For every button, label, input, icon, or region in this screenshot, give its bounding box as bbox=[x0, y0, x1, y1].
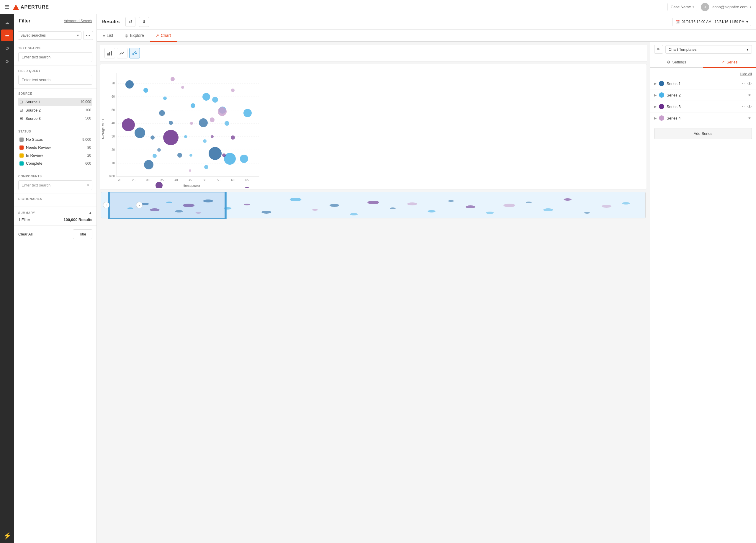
bolt-icon: ⚡ bbox=[3, 532, 11, 540]
saved-searches-more-button[interactable]: ··· bbox=[83, 31, 93, 40]
series-1-more-button[interactable]: ··· bbox=[740, 81, 745, 86]
svg-text:70: 70 bbox=[112, 82, 115, 85]
line-chart-button[interactable] bbox=[117, 48, 127, 58]
bar-chart-icon bbox=[107, 50, 112, 56]
list-tab-label: List bbox=[107, 33, 113, 38]
svg-point-51 bbox=[191, 103, 195, 108]
tab-settings[interactable]: ⚙ Settings bbox=[650, 57, 703, 68]
download-button[interactable]: ⬇ bbox=[139, 17, 149, 27]
svg-rect-2 bbox=[111, 51, 112, 55]
components-select[interactable]: Enter text search ▾ bbox=[18, 180, 92, 190]
svg-text:35: 35 bbox=[160, 179, 164, 182]
svg-point-92 bbox=[312, 209, 318, 211]
source-item-3[interactable]: ⊟ Source 3 500 bbox=[18, 114, 92, 122]
summary-chevron-icon[interactable]: ▲ bbox=[88, 210, 92, 215]
status-count-no-status: 9,000 bbox=[82, 138, 91, 142]
sidebar-item-bolt[interactable]: ⚡ bbox=[1, 529, 13, 541]
series-4-visibility-button[interactable]: 👁 bbox=[747, 116, 752, 121]
chart-templates-label: Chart Templates bbox=[669, 47, 696, 52]
clear-all-link[interactable]: Clear All bbox=[18, 232, 32, 236]
svg-rect-109 bbox=[109, 192, 225, 219]
status-dot-needs-review bbox=[19, 145, 24, 150]
series-1-expand-icon[interactable]: ▶ bbox=[654, 82, 657, 86]
svg-point-48 bbox=[143, 88, 148, 93]
sidebar-item-dashboard[interactable]: ☁ bbox=[1, 17, 13, 28]
advanced-search-link[interactable]: Advanced Search bbox=[64, 19, 92, 23]
results-header: Results ↺ ⬇ 📅 01/01/16 12:00 AM - 12/31/… bbox=[97, 14, 756, 30]
svg-point-106 bbox=[584, 212, 590, 214]
chart-templates-select[interactable]: Chart Templates ▾ bbox=[665, 45, 752, 54]
svg-text:25: 25 bbox=[132, 179, 135, 182]
svg-text:50: 50 bbox=[112, 108, 115, 112]
source-item-1[interactable]: ⊟ Source 1 10,000 bbox=[18, 98, 92, 106]
status-item-no-status[interactable]: No Status 9,000 bbox=[18, 135, 92, 143]
series-3-more-button[interactable]: ··· bbox=[740, 104, 745, 109]
panel-expand-button[interactable]: ≡› bbox=[654, 45, 663, 54]
source-count-2: 100 bbox=[85, 108, 91, 112]
scatter-chart-button[interactable] bbox=[129, 48, 140, 58]
tab-series[interactable]: ↗ Series bbox=[703, 57, 756, 68]
text-search-input[interactable] bbox=[18, 52, 92, 62]
sidebar-item-list[interactable]: ☰ bbox=[1, 30, 13, 41]
svg-point-71 bbox=[211, 135, 214, 138]
series-4-expand-icon[interactable]: ▶ bbox=[654, 116, 657, 120]
sidebar-item-history[interactable]: ↺ bbox=[1, 42, 13, 54]
series-2-expand-icon[interactable]: ▶ bbox=[654, 93, 657, 97]
sidebar-item-settings[interactable]: ⚙ bbox=[1, 55, 13, 67]
hamburger-icon[interactable]: ☰ bbox=[5, 4, 9, 10]
bar-chart-button[interactable] bbox=[104, 48, 115, 58]
svg-rect-0 bbox=[107, 53, 109, 55]
source-title: SOURCE bbox=[18, 92, 92, 95]
series-2-visibility-button[interactable]: 👁 bbox=[747, 93, 752, 98]
series-2-more-button[interactable]: ··· bbox=[740, 92, 745, 98]
status-item-needs-review[interactable]: Needs Review 80 bbox=[18, 143, 92, 151]
svg-text:65: 65 bbox=[245, 179, 249, 182]
filter-footer: Clear All Title bbox=[14, 226, 96, 243]
svg-point-107 bbox=[602, 205, 611, 208]
field-query-input[interactable] bbox=[18, 75, 92, 85]
source-item-2[interactable]: ⊟ Source 2 100 bbox=[18, 106, 92, 114]
sidebar-bottom: ⚡ bbox=[1, 529, 13, 541]
dictionaries-section: DICTIONARIES bbox=[14, 194, 96, 207]
right-panel: ≡› Chart Templates ▾ ⚙ Settings ↗ Series bbox=[650, 42, 756, 543]
status-item-complete[interactable]: Complete 600 bbox=[18, 159, 92, 167]
mini-chart-left-arrow[interactable]: ‹ bbox=[103, 202, 109, 208]
status-count-complete: 600 bbox=[85, 161, 91, 166]
nav-left: ☰ APERTURE bbox=[5, 4, 663, 10]
series-item-3: ▶ Series 3 ··· 👁 bbox=[650, 101, 756, 112]
date-range-picker[interactable]: 📅 01/01/16 12:00 AM - 12/31/16 11:59 PM … bbox=[672, 18, 751, 26]
filter-header: Filter Advanced Search bbox=[14, 14, 96, 28]
svg-point-57 bbox=[240, 155, 248, 163]
case-name-select[interactable]: Case Name ▾ bbox=[667, 3, 698, 11]
tab-chart[interactable]: ↗ Chart bbox=[150, 30, 177, 42]
status-item-in-review[interactable]: In Review 20 bbox=[18, 151, 92, 159]
svg-point-74 bbox=[190, 122, 193, 125]
summary-title: SUMMARY bbox=[18, 211, 35, 215]
tab-list[interactable]: ≡ List bbox=[97, 30, 119, 42]
components-title: COMPONENTS bbox=[18, 175, 92, 178]
hide-all-link[interactable]: Hide All bbox=[740, 72, 752, 76]
series-3-expand-icon[interactable]: ▶ bbox=[654, 105, 657, 109]
series-3-visibility-button[interactable]: 👁 bbox=[747, 104, 752, 109]
chart-tab-icon: ↗ bbox=[156, 33, 159, 38]
series-4-more-button[interactable]: ··· bbox=[740, 115, 745, 121]
add-series-button[interactable]: Add Series bbox=[654, 128, 752, 139]
svg-point-90 bbox=[261, 211, 271, 214]
saved-searches-select[interactable]: Saved searches ▾ bbox=[18, 31, 81, 40]
explore-tab-label: Explore bbox=[130, 33, 144, 38]
series-3-name: Series 3 bbox=[667, 104, 738, 109]
right-panel-header: ≡› Chart Templates ▾ bbox=[650, 42, 756, 57]
title-button[interactable]: Title bbox=[73, 229, 92, 239]
mini-chart-right-arrow[interactable]: › bbox=[136, 202, 143, 208]
user-info[interactable]: J jacob@signafire.com ▾ bbox=[701, 3, 751, 11]
svg-point-108 bbox=[622, 202, 630, 205]
svg-text:55: 55 bbox=[217, 179, 220, 182]
date-range-label: 01/01/16 12:00 AM - 12/31/16 11:59 PM bbox=[682, 20, 744, 24]
svg-point-42 bbox=[169, 121, 173, 125]
svg-point-62 bbox=[243, 109, 252, 117]
refresh-button[interactable]: ↺ bbox=[125, 17, 135, 27]
svg-point-104 bbox=[543, 208, 553, 211]
tab-explore[interactable]: ◎ Explore bbox=[119, 30, 150, 42]
series-1-visibility-button[interactable]: 👁 bbox=[747, 81, 752, 86]
svg-point-72 bbox=[171, 77, 175, 81]
